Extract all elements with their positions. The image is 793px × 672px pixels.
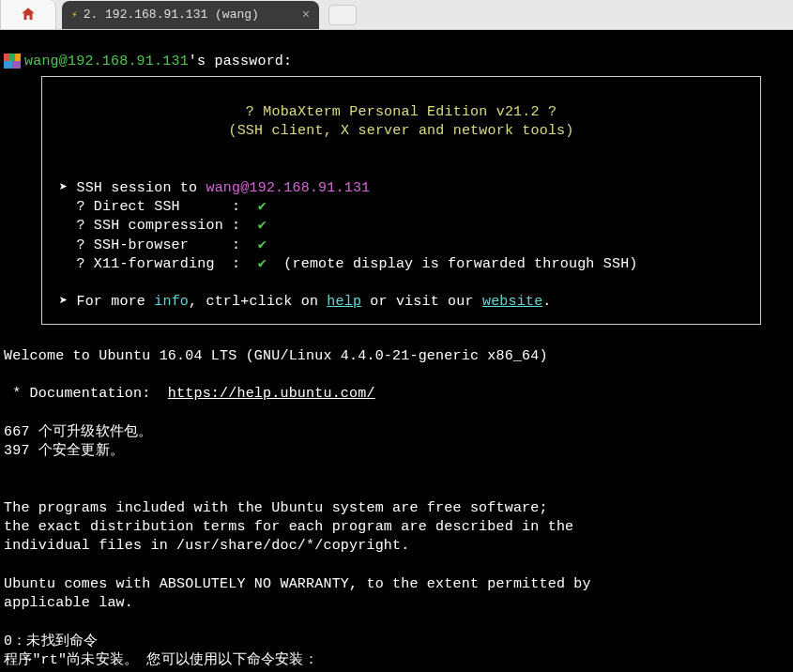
- info-link[interactable]: info: [154, 294, 189, 310]
- feat-browser: ? SSH-browser :: [59, 237, 258, 253]
- banner-subtitle: (SSH client, X server and network tools): [228, 123, 573, 139]
- check-icon: ✔: [258, 256, 267, 272]
- svg-rect-4: [4, 61, 12, 69]
- password-prompt: 's password:: [189, 53, 292, 69]
- tab-bar: ⚡ 2. 192.168.91.131 (wang) ×: [0, 0, 793, 30]
- more-end: .: [542, 294, 551, 310]
- check-icon: ✔: [258, 218, 267, 234]
- err-cmd: 0：未找到命令: [4, 634, 98, 649]
- banner-title: ? MobaXterm Personal Edition v21.2 ?: [246, 104, 557, 120]
- home-icon: [20, 6, 37, 23]
- svg-rect-5: [12, 61, 21, 69]
- doc-label: * Documentation:: [4, 386, 168, 402]
- feat-direct-ssh: ? Direct SSH :: [59, 199, 258, 215]
- check-icon: ✔: [258, 199, 267, 215]
- more-mid1: , ctrl+click on: [189, 294, 327, 310]
- moba-icon: [4, 53, 21, 69]
- doc-url[interactable]: https://help.ubuntu.com/: [168, 386, 375, 402]
- ssh-session-target: wang@192.168.91.131: [206, 180, 370, 196]
- check-icon: ✔: [258, 237, 267, 253]
- svg-rect-1: [4, 53, 9, 61]
- freesoft-2: the exact distribution terms for each pr…: [4, 519, 573, 535]
- mobaxterm-banner: ? MobaXterm Personal Edition v21.2 ? (SS…: [41, 76, 761, 325]
- svg-rect-2: [9, 53, 15, 61]
- svg-rect-3: [15, 53, 21, 61]
- website-link[interactable]: website: [482, 294, 542, 310]
- terminal-area[interactable]: wang@192.168.91.131's password: ? MobaXt…: [0, 30, 793, 672]
- freesoft-3: individual files in /usr/share/doc/*/cop…: [4, 538, 409, 554]
- home-tab[interactable]: [0, 0, 56, 30]
- feat-compression: ? SSH compression :: [59, 218, 258, 234]
- x11-note: (remote display is forwarded through SSH…: [267, 256, 638, 272]
- freesoft-1: The programs included with the Ubuntu sy…: [4, 500, 548, 516]
- lightning-icon: ⚡: [71, 8, 78, 21]
- help-link[interactable]: help: [327, 294, 361, 310]
- session-tab[interactable]: ⚡ 2. 192.168.91.131 (wang) ×: [62, 1, 319, 29]
- welcome-line: Welcome to Ubuntu 16.04 LTS (GNU/Linux 4…: [4, 348, 548, 364]
- feat-x11: ? X11-forwarding :: [59, 256, 258, 272]
- tab-title: 2. 192.168.91.131 (wang): [84, 8, 259, 22]
- warranty-1: Ubuntu comes with ABSOLUTELY NO WARRANTY…: [4, 576, 591, 592]
- more-prefix: ➤ For more: [59, 294, 154, 310]
- upgrades-line: 667 个可升级软件包。: [4, 424, 152, 440]
- ssh-user-host: wang@192.168.91.131: [24, 53, 189, 69]
- security-line: 397 个安全更新。: [4, 443, 124, 459]
- warranty-2: applicable law.: [4, 595, 133, 611]
- ssh-session-label: ➤ SSH session to: [59, 180, 206, 196]
- new-tab-button[interactable]: [328, 5, 357, 25]
- close-tab-icon[interactable]: ×: [302, 8, 310, 23]
- more-mid2: or visit our: [361, 294, 482, 310]
- rt-suggest: 程序"rt"尚未安装。 您可以使用以下命令安装：: [4, 652, 318, 668]
